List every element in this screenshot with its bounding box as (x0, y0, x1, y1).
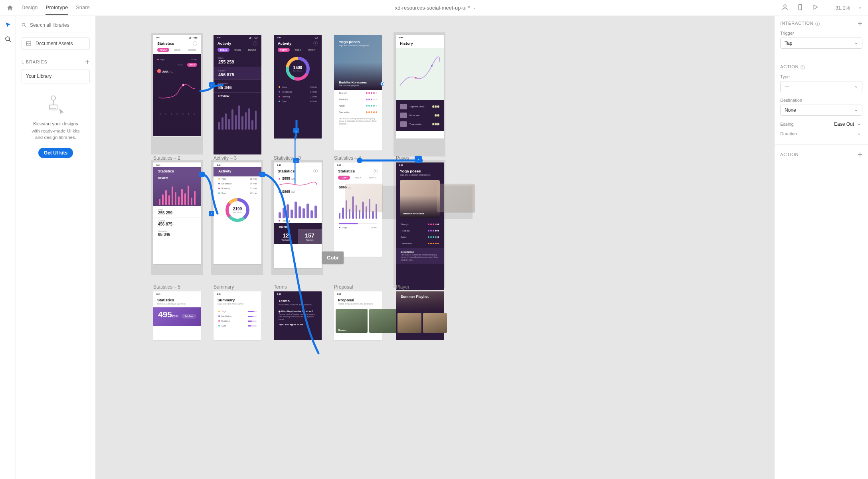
action-heading-2: ACTION (780, 152, 799, 157)
libraries-heading: LIBRARIES (22, 59, 47, 64)
document-assets-button[interactable]: Document Assets (22, 37, 90, 50)
artboard-summary[interactable]: 9:41 SummaryGood week this week, Sylvie!… (214, 291, 261, 340)
add-interaction-icon[interactable] (858, 21, 862, 26)
wire-handle-icon[interactable]: › (199, 172, 205, 177)
search-input[interactable] (30, 22, 90, 28)
trigger-select[interactable]: Tap (780, 38, 862, 49)
svg-rect-6 (49, 105, 57, 110)
svg-point-18 (415, 77, 417, 79)
artboard-player[interactable]: Summer Playlist (396, 291, 444, 340)
svg-point-0 (784, 5, 786, 7)
artboard-activity-2[interactable]: 9:41 Activity TODAYWEEKMONTH 1500Total C… (274, 35, 322, 139)
artboard-statistics-5[interactable]: 9:41 StatisticsHere is a summary of your… (153, 291, 201, 340)
artboard-label[interactable]: Proposal (334, 284, 353, 290)
zoom-value[interactable]: 31.1% (835, 5, 850, 11)
document-assets-icon (26, 41, 32, 46)
add-action-icon[interactable] (858, 152, 862, 157)
artboard-label[interactable]: Terms (274, 284, 287, 290)
tab-prototype[interactable]: Prototype (45, 0, 68, 15)
wire-handle-icon[interactable]: ⌄ (293, 128, 299, 133)
user-icon[interactable] (781, 4, 789, 12)
empty-subtitle: with ready-made UI kitsand design librar… (32, 128, 79, 141)
collaborator-tag: Cobr (322, 251, 344, 264)
tab-share[interactable]: Share (76, 0, 90, 15)
artboard-yoga-poses[interactable]: Yoga poses Yoga and Meditation for Begin… (334, 35, 382, 150)
svg-rect-11 (195, 37, 197, 38)
artboard-label[interactable]: Activity – 3 (214, 155, 237, 161)
svg-point-5 (51, 96, 55, 100)
wire-handle-icon[interactable]: › (259, 172, 265, 177)
svg-point-12 (182, 84, 184, 86)
document-title[interactable]: xd-resources-social-meet-up-ui * (90, 5, 781, 11)
svg-rect-17 (315, 37, 318, 38)
tab-design[interactable]: Design (22, 0, 38, 15)
artboard-terms[interactable]: 9:41 Terms Please read our terms and con… (274, 291, 322, 340)
svg-rect-15 (251, 37, 251, 38)
type-select[interactable]: — (780, 81, 862, 92)
zoom-chevron-icon[interactable] (858, 6, 862, 10)
wire-handle-icon[interactable]: ⌄ (293, 158, 299, 163)
destination-label: Destination (780, 98, 862, 103)
svg-rect-9 (190, 37, 191, 38)
canvas[interactable]: 9:41 Statistics TODAYWEEKMONTH Yoga15 mi… (96, 16, 774, 479)
svg-rect-16 (255, 37, 257, 38)
easing-label: Easing (780, 122, 794, 127)
svg-point-19 (431, 65, 433, 67)
empty-state-icon (40, 93, 72, 115)
type-label: Type (780, 74, 862, 79)
duration-label: Duration (780, 131, 797, 136)
trigger-label: Trigger (780, 31, 862, 36)
empty-title: Kickstart your designs (33, 121, 78, 126)
duration-select[interactable]: — (849, 131, 862, 137)
home-icon[interactable] (6, 4, 14, 12)
artboard-label[interactable]: Player (396, 284, 409, 290)
svg-rect-13 (249, 38, 250, 38)
svg-rect-14 (250, 37, 251, 38)
artboard-label[interactable]: Poses (396, 155, 409, 161)
artboard-history[interactable]: 9:41 History Yoga with James End of year… (396, 35, 444, 139)
info-icon[interactable]: i (815, 22, 820, 26)
artboard-label[interactable]: Statistics – 2 (153, 155, 180, 161)
add-library-icon[interactable] (85, 59, 90, 64)
svg-point-3 (22, 23, 25, 26)
artboard-statistics-3[interactable]: 9:41 Statistics $855Cal $865Cal Running … (274, 162, 322, 268)
your-library-button[interactable]: Your Library (22, 69, 90, 83)
interaction-heading: INTERACTION (780, 21, 813, 26)
play-icon[interactable] (812, 4, 819, 12)
svg-point-2 (6, 37, 10, 41)
select-tool-icon[interactable] (5, 22, 11, 28)
artboard-statistics-2[interactable]: 9:41 Statistics Review Steps255 259 Calo… (153, 162, 201, 264)
wire-handle-icon[interactable]: › (209, 211, 214, 216)
wire-handle-arrow-icon[interactable]: › (415, 156, 422, 163)
easing-select[interactable]: Ease Out (834, 121, 862, 127)
destination-select[interactable]: None (780, 105, 862, 116)
wire-handle-icon[interactable]: › (209, 82, 215, 87)
artboard-activity-1[interactable]: 9:41 Activity TODAYWEEKMONTH Steps255 25… (214, 35, 261, 154)
artboard-label[interactable]: Summary (214, 284, 234, 290)
action-heading: ACTION (780, 64, 799, 69)
artboard-label[interactable]: Statistics – 5 (153, 284, 180, 290)
wire-handle-icon[interactable] (357, 158, 362, 163)
selection-handle[interactable] (381, 82, 384, 85)
artboard-statistics-1[interactable]: 9:41 Statistics TODAYWEEKMONTH Yoga15 mi… (153, 35, 201, 137)
device-preview-icon[interactable] (797, 4, 804, 12)
search-icon (22, 22, 26, 28)
svg-rect-8 (190, 37, 190, 38)
zoom-tool-icon[interactable] (5, 36, 11, 42)
info-icon[interactable]: i (801, 65, 805, 69)
artboard-poses[interactable]: 9:41 Yoga posesYoga and Meditation for B… (396, 162, 444, 290)
svg-rect-7 (189, 38, 190, 38)
artboard-proposal[interactable]: 9:41 ProposalPlease review our terms and… (334, 291, 382, 340)
artboard-activity-3[interactable]: 9:41 Activity Yoga15 min Meditation34 mi… (214, 162, 261, 264)
get-ui-kits-button[interactable]: Get UI kits (38, 148, 73, 158)
